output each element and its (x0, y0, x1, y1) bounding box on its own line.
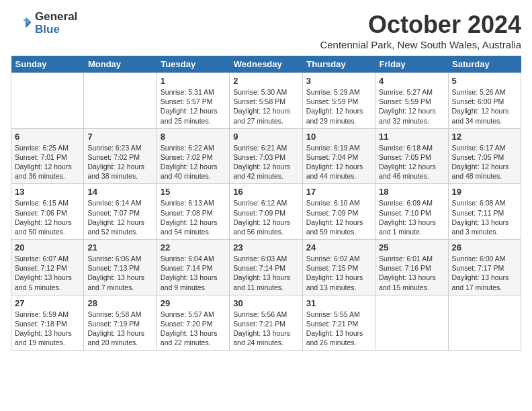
page-header: General Blue October 2024 Centennial Par… (11, 11, 521, 50)
calendar-cell: 29Sunrise: 5:57 AM Sunset: 7:20 PM Dayli… (157, 295, 229, 351)
day-number: 7 (87, 132, 152, 142)
month-title: October 2024 (320, 11, 521, 39)
calendar-cell: 27Sunrise: 5:59 AM Sunset: 7:18 PM Dayli… (11, 295, 84, 351)
logo-text-line1: General (35, 11, 77, 24)
day-number: 8 (161, 132, 226, 142)
cell-content: Sunrise: 6:13 AM Sunset: 7:08 PM Dayligh… (161, 198, 226, 236)
day-number: 27 (15, 298, 80, 308)
cell-content: Sunrise: 6:08 AM Sunset: 7:11 PM Dayligh… (452, 198, 517, 236)
cell-content: Sunrise: 6:21 AM Sunset: 7:03 PM Dayligh… (233, 143, 298, 181)
logo: General Blue (11, 11, 77, 36)
cell-content: Sunrise: 5:26 AM Sunset: 6:00 PM Dayligh… (452, 87, 517, 126)
calendar-week-5: 27Sunrise: 5:59 AM Sunset: 7:18 PM Dayli… (11, 295, 521, 351)
calendar-cell: 30Sunrise: 5:56 AM Sunset: 7:21 PM Dayli… (230, 295, 302, 351)
calendar-cell: 10Sunrise: 6:19 AM Sunset: 7:04 PM Dayli… (302, 128, 375, 184)
day-number: 4 (379, 76, 444, 86)
logo-text-line2: Blue (35, 24, 77, 36)
cell-content: Sunrise: 5:27 AM Sunset: 5:59 PM Dayligh… (379, 87, 444, 126)
cell-content: Sunrise: 6:07 AM Sunset: 7:12 PM Dayligh… (15, 254, 80, 292)
calendar-cell (375, 295, 448, 351)
cell-content: Sunrise: 6:10 AM Sunset: 7:09 PM Dayligh… (306, 198, 371, 236)
calendar-cell: 12Sunrise: 6:17 AM Sunset: 7:05 PM Dayli… (448, 128, 521, 184)
cell-content: Sunrise: 6:22 AM Sunset: 7:02 PM Dayligh… (161, 143, 226, 181)
calendar-cell: 22Sunrise: 6:04 AM Sunset: 7:14 PM Dayli… (157, 240, 229, 295)
day-number: 29 (161, 298, 226, 308)
calendar-cell: 19Sunrise: 6:08 AM Sunset: 7:11 PM Dayli… (448, 184, 521, 240)
calendar-cell: 14Sunrise: 6:14 AM Sunset: 7:07 PM Dayli… (84, 184, 157, 240)
weekday-header-sunday: Sunday (11, 56, 84, 73)
weekday-header-saturday: Saturday (448, 56, 521, 73)
cell-content: Sunrise: 6:18 AM Sunset: 7:05 PM Dayligh… (379, 143, 444, 181)
calendar-cell: 9Sunrise: 6:21 AM Sunset: 7:03 PM Daylig… (230, 128, 302, 184)
calendar-cell: 18Sunrise: 6:09 AM Sunset: 7:10 PM Dayli… (375, 184, 448, 240)
day-number: 24 (306, 242, 371, 253)
calendar-cell: 24Sunrise: 6:02 AM Sunset: 7:15 PM Dayli… (302, 240, 375, 295)
cell-content: Sunrise: 5:30 AM Sunset: 5:58 PM Dayligh… (233, 87, 298, 126)
weekday-header-tuesday: Tuesday (157, 56, 229, 73)
day-number: 11 (379, 132, 444, 142)
day-number: 16 (233, 187, 298, 197)
calendar-cell: 2Sunrise: 5:30 AM Sunset: 5:58 PM Daylig… (230, 73, 302, 129)
day-number: 31 (306, 298, 371, 308)
cell-content: Sunrise: 6:09 AM Sunset: 7:10 PM Dayligh… (379, 198, 444, 236)
calendar-cell: 28Sunrise: 5:58 AM Sunset: 7:19 PM Dayli… (84, 295, 157, 351)
cell-content: Sunrise: 6:25 AM Sunset: 7:01 PM Dayligh… (15, 143, 80, 181)
day-number: 6 (15, 132, 80, 142)
calendar-cell: 17Sunrise: 6:10 AM Sunset: 7:09 PM Dayli… (302, 184, 375, 240)
cell-content: Sunrise: 6:19 AM Sunset: 7:04 PM Dayligh… (306, 143, 371, 181)
day-number: 19 (452, 187, 517, 197)
calendar-cell: 1Sunrise: 5:31 AM Sunset: 5:57 PM Daylig… (157, 73, 229, 129)
calendar-cell: 7Sunrise: 6:23 AM Sunset: 7:02 PM Daylig… (84, 128, 157, 184)
calendar-cell: 20Sunrise: 6:07 AM Sunset: 7:12 PM Dayli… (11, 240, 84, 295)
day-number: 15 (161, 187, 226, 197)
title-area: October 2024 Centennial Park, New South … (320, 11, 521, 50)
day-number: 21 (87, 242, 152, 253)
day-number: 1 (161, 76, 226, 86)
calendar-cell: 25Sunrise: 6:01 AM Sunset: 7:16 PM Dayli… (375, 240, 448, 295)
day-number: 26 (452, 242, 517, 253)
day-number: 13 (15, 187, 80, 197)
calendar-cell: 4Sunrise: 5:27 AM Sunset: 5:59 PM Daylig… (375, 73, 448, 129)
cell-content: Sunrise: 6:06 AM Sunset: 7:13 PM Dayligh… (87, 254, 152, 292)
calendar-cell: 26Sunrise: 6:00 AM Sunset: 7:17 PM Dayli… (448, 240, 521, 295)
calendar-cell: 23Sunrise: 6:03 AM Sunset: 7:14 PM Dayli… (230, 240, 302, 295)
calendar-cell: 11Sunrise: 6:18 AM Sunset: 7:05 PM Dayli… (375, 128, 448, 184)
day-number: 10 (306, 132, 371, 142)
cell-content: Sunrise: 6:15 AM Sunset: 7:06 PM Dayligh… (15, 198, 80, 236)
logo-icon (11, 13, 32, 34)
day-number: 17 (306, 187, 371, 197)
day-number: 14 (87, 187, 152, 197)
cell-content: Sunrise: 6:01 AM Sunset: 7:16 PM Dayligh… (379, 254, 444, 292)
day-number: 22 (161, 242, 226, 253)
cell-content: Sunrise: 5:56 AM Sunset: 7:21 PM Dayligh… (233, 310, 298, 348)
day-number: 3 (306, 76, 371, 86)
weekday-header-row: SundayMondayTuesdayWednesdayThursdayFrid… (11, 56, 521, 73)
weekday-header-monday: Monday (84, 56, 157, 73)
cell-content: Sunrise: 5:57 AM Sunset: 7:20 PM Dayligh… (161, 310, 226, 348)
day-number: 12 (452, 132, 517, 142)
calendar-cell: 3Sunrise: 5:29 AM Sunset: 5:59 PM Daylig… (302, 73, 375, 129)
cell-content: Sunrise: 5:31 AM Sunset: 5:57 PM Dayligh… (161, 87, 226, 126)
calendar-cell: 5Sunrise: 5:26 AM Sunset: 6:00 PM Daylig… (448, 73, 521, 129)
calendar-cell (84, 73, 157, 129)
cell-content: Sunrise: 5:29 AM Sunset: 5:59 PM Dayligh… (306, 87, 371, 126)
calendar-cell (448, 295, 521, 351)
weekday-header-friday: Friday (375, 56, 448, 73)
calendar-cell: 13Sunrise: 6:15 AM Sunset: 7:06 PM Dayli… (11, 184, 84, 240)
cell-content: Sunrise: 5:58 AM Sunset: 7:19 PM Dayligh… (87, 310, 152, 348)
weekday-header-wednesday: Wednesday (230, 56, 302, 73)
calendar-cell: 6Sunrise: 6:25 AM Sunset: 7:01 PM Daylig… (11, 128, 84, 184)
day-number: 30 (233, 298, 298, 308)
day-number: 18 (379, 187, 444, 197)
day-number: 20 (15, 242, 80, 253)
calendar-cell: 15Sunrise: 6:13 AM Sunset: 7:08 PM Dayli… (157, 184, 229, 240)
calendar-cell: 31Sunrise: 5:55 AM Sunset: 7:21 PM Dayli… (302, 295, 375, 351)
calendar-week-1: 1Sunrise: 5:31 AM Sunset: 5:57 PM Daylig… (11, 73, 521, 129)
location-subtitle: Centennial Park, New South Wales, Austra… (320, 39, 521, 50)
cell-content: Sunrise: 6:03 AM Sunset: 7:14 PM Dayligh… (233, 254, 298, 292)
cell-content: Sunrise: 6:02 AM Sunset: 7:15 PM Dayligh… (306, 254, 371, 292)
day-number: 23 (233, 242, 298, 253)
cell-content: Sunrise: 6:12 AM Sunset: 7:09 PM Dayligh… (233, 198, 298, 236)
day-number: 5 (452, 76, 517, 86)
cell-content: Sunrise: 6:14 AM Sunset: 7:07 PM Dayligh… (87, 198, 152, 236)
